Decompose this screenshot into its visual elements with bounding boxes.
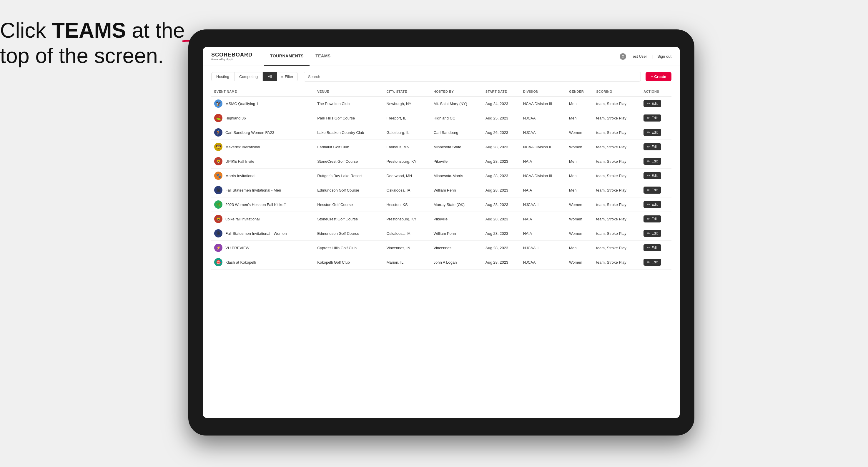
cell-actions: ✏ Edit [641,226,672,241]
cell-city: Hesston, KS [383,197,431,212]
edit-button[interactable]: ✏ Edit [644,100,661,107]
tablet-device: SCOREBOARD Powered by clippit TOURNAMENT… [188,29,694,436]
table-row: 🌿 2023 Women's Hesston Fall Kickoff Hess… [211,197,672,212]
cell-scoring: team, Stroke Play [593,154,641,168]
cell-gender: Women [566,140,593,154]
cell-actions: ✏ Edit [641,111,672,125]
cell-city: Oskaloosa, IA [383,226,431,241]
edit-icon: ✏ [647,188,650,192]
filter-competing[interactable]: Competing [234,72,263,81]
nav-right: ⚙ Test User | Sign out [620,53,672,60]
edit-button[interactable]: ✏ Edit [644,259,661,266]
cell-venue: Park Hills Golf Course [314,111,383,125]
event-icon: 🏛 [214,186,222,194]
filter-hosting[interactable]: Hosting [211,72,234,81]
cell-city: Faribault, MN [383,140,431,154]
edit-button[interactable]: ✏ Edit [644,201,661,208]
cell-division: NCAA Division III [520,96,566,111]
settings-icon[interactable]: ⚙ [620,53,626,60]
cell-division: NJCAA II [520,241,566,255]
cell-venue: Lake Bracken Country Club [314,125,383,140]
cell-division: NCAA Division II [520,140,566,154]
app-logo: SCOREBOARD [211,52,252,58]
cell-actions: ✏ Edit [641,125,672,140]
edit-button[interactable]: ✏ Edit [644,215,661,222]
nav-links: TOURNAMENTS TEAMS [264,47,620,66]
edit-button[interactable]: ✏ Edit [644,172,661,179]
cell-scoring: team, Stroke Play [593,168,641,183]
cell-hosted-by: William Penn [431,183,483,197]
event-icon: 🏌 [214,128,222,136]
cell-event-name: 🏌 Carl Sandburg Women FA23 [211,125,314,140]
cell-division: NAIA [520,212,566,226]
cell-city: Newburgh, NY [383,96,431,111]
edit-button[interactable]: ✏ Edit [644,244,661,251]
table-row: 🤠 Maverick Invitational Faribault Golf C… [211,140,672,154]
cell-hosted-by: Murray State (OK) [431,197,483,212]
event-name-text: Morris Invitational [225,174,255,178]
event-name-text: 2023 Women's Hesston Fall Kickoff [225,203,285,207]
edit-button[interactable]: ✏ Edit [644,129,661,136]
cell-venue: The Powelton Club [314,96,383,111]
cell-actions: ✏ Edit [641,140,672,154]
cell-event-name: 🦁 UPIKE Fall Invite [211,154,314,168]
create-button[interactable]: + Create [646,72,672,81]
cell-city: Galesburg, IL [383,125,431,140]
filter-all[interactable]: All [263,72,277,81]
cell-division: NAIA [520,154,566,168]
col-start-date: START DATE [483,87,520,96]
cell-scoring: team, Stroke Play [593,125,641,140]
search-input[interactable] [304,72,641,82]
cell-start-date: Aug 28, 2023 [483,226,520,241]
nav-tournaments[interactable]: TOURNAMENTS [264,47,310,66]
signout-link[interactable]: Sign out [657,54,672,59]
cell-start-date: Aug 24, 2023 [483,96,520,111]
cell-hosted-by: John A Logan [431,255,483,270]
cell-actions: ✏ Edit [641,96,672,111]
event-name-text: Fall Statesmen Invitational - Men [225,188,281,192]
event-name-text: Fall Statesmen Invitational - Women [225,231,287,236]
cell-event-name: 🦅 MSMC Qualifying 1 [211,96,314,111]
cell-scoring: team, Stroke Play [593,183,641,197]
cell-division: NJCAA II [520,197,566,212]
cell-start-date: Aug 28, 2023 [483,168,520,183]
event-icon: 🏛 [214,229,222,238]
event-name-text: MSMC Qualifying 1 [225,101,258,106]
event-icon: 🤠 [214,143,222,151]
edit-button[interactable]: ✏ Edit [644,115,661,122]
cell-venue: Kokopelli Golf Club [314,255,383,270]
filter-button[interactable]: ≡ Filter [277,72,298,81]
cell-gender: Women [566,125,593,140]
cell-scoring: team, Stroke Play [593,96,641,111]
cell-venue: Edmundson Golf Course [314,183,383,197]
edit-button[interactable]: ✏ Edit [644,230,661,237]
event-icon: 🎯 [214,258,222,266]
cell-division: NAIA [520,226,566,241]
cell-event-name: ⚡ VU PREVIEW [211,241,314,255]
cell-actions: ✏ Edit [641,154,672,168]
event-name-text: VU PREVIEW [225,246,249,250]
cell-actions: ✏ Edit [641,183,672,197]
cell-scoring: team, Stroke Play [593,255,641,270]
cell-actions: ✏ Edit [641,241,672,255]
cell-venue: Hesston Golf Course [314,197,383,212]
table-header: EVENT NAME VENUE CITY, STATE HOSTED BY S… [211,87,672,96]
event-name-text: Highland 36 [225,116,246,120]
edit-icon: ✏ [647,174,650,178]
nav-teams[interactable]: TEAMS [310,47,337,66]
tablet-screen: SCOREBOARD Powered by clippit TOURNAMENT… [203,47,680,418]
edit-icon: ✏ [647,231,650,236]
table-row: 🦁 upike fall invitational StoneCrest Gol… [211,212,672,226]
edit-button[interactable]: ✏ Edit [644,143,661,150]
cell-start-date: Aug 28, 2023 [483,255,520,270]
cell-scoring: team, Stroke Play [593,111,641,125]
cell-event-name: 🌿 2023 Women's Hesston Fall Kickoff [211,197,314,212]
cell-venue: Faribault Golf Club [314,140,383,154]
table-row: ⛳ Highland 36 Park Hills Golf Course Fre… [211,111,672,125]
cell-start-date: Aug 25, 2023 [483,111,520,125]
edit-icon: ✏ [647,159,650,163]
edit-button[interactable]: ✏ Edit [644,158,661,165]
cell-gender: Men [566,241,593,255]
cell-gender: Men [566,154,593,168]
edit-button[interactable]: ✏ Edit [644,187,661,194]
